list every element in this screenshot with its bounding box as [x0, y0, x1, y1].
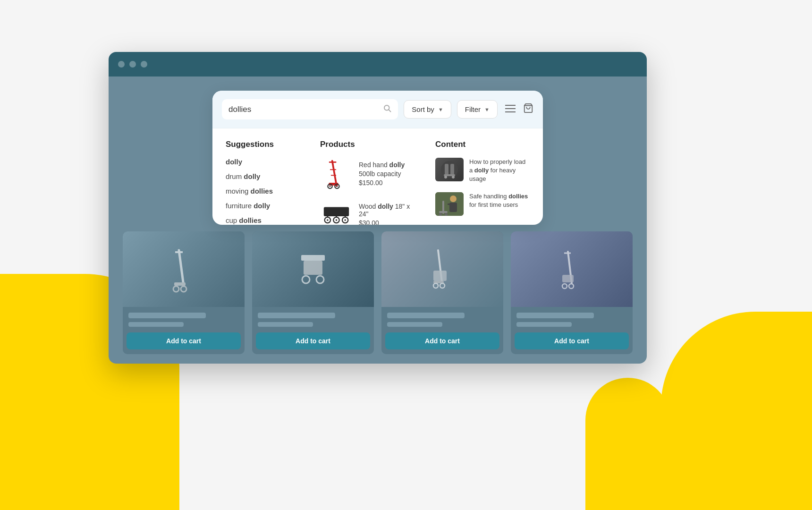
product-info-red-dolly: Red hand dolly 500lb capacity $150.00: [359, 161, 405, 187]
svg-point-62: [433, 283, 438, 288]
svg-line-6: [332, 161, 336, 186]
product-price-red-dolly: $150.00: [359, 179, 405, 187]
card-title-1: [128, 313, 206, 318]
sort-by-label: Sort by: [412, 105, 434, 113]
filter-label: Filter: [465, 105, 481, 113]
card-subtitle-4: [516, 322, 572, 327]
svg-line-50: [179, 250, 184, 286]
suggestion-bold: dolly: [226, 158, 242, 166]
product-item-red-dolly[interactable]: Red hand dolly 500lb capacity $150.00: [320, 158, 416, 190]
svg-point-10: [329, 186, 330, 187]
suggestion-bold: dolly: [244, 172, 260, 180]
product-card-3: Add to cart: [381, 231, 503, 354]
content-item-2[interactable]: Safe handling dollies for first time use…: [435, 192, 530, 216]
add-to-cart-button-3[interactable]: Add to cart: [385, 332, 499, 349]
product-name-red-dolly: Red hand dolly: [359, 161, 405, 169]
sort-chevron-icon: ▼: [438, 107, 443, 112]
search-input[interactable]: [228, 105, 378, 114]
card-subtitle-2: [258, 322, 313, 327]
svg-point-67: [562, 284, 567, 289]
menu-icon[interactable]: [505, 103, 516, 116]
suggestion-bold: dollies: [239, 216, 262, 224]
svg-point-58: [316, 276, 324, 283]
product-name-bold: dolly: [389, 161, 405, 169]
product-item-wood-dolly[interactable]: Wood dolly 18" x 24" $30.00: [320, 198, 416, 225]
svg-rect-56: [304, 261, 322, 275]
search-input-wrapper: [222, 99, 398, 119]
svg-point-68: [569, 284, 574, 289]
suggestion-bold: dolly: [254, 202, 270, 210]
svg-rect-38: [450, 164, 454, 175]
products-column: Products: [320, 140, 416, 225]
window-dot-green: [141, 61, 147, 68]
svg-point-63: [440, 283, 445, 288]
svg-rect-15: [323, 207, 348, 216]
svg-point-17: [327, 219, 329, 221]
header-icons: [505, 103, 533, 116]
content-item-1[interactable]: How to properly load a dolly for heavy u…: [435, 158, 530, 184]
svg-point-40: [444, 176, 447, 178]
svg-rect-47: [439, 211, 448, 213]
card-footer-2: [252, 307, 374, 332]
dropdown-content: Suggestions dolly drum dolly moving doll…: [212, 128, 543, 225]
card-footer-1: [123, 307, 245, 332]
product-image-red-dolly: [320, 158, 352, 190]
svg-point-19: [335, 219, 337, 221]
card-image-4: [511, 231, 633, 307]
product-details-red-dolly: 500lb capacity: [359, 170, 405, 178]
product-card-4: Add to cart: [511, 231, 633, 354]
svg-point-54: [181, 286, 186, 292]
svg-point-43: [450, 196, 457, 202]
card-image-2: [252, 231, 374, 307]
product-name-wood-dolly: Wood dolly 18" x 24": [359, 203, 416, 218]
suggestion-item-drum-dolly[interactable]: drum dolly: [226, 172, 301, 180]
card-title-3: [387, 313, 465, 318]
svg-rect-45: [448, 204, 451, 205]
content-thumbnail-1: [435, 158, 464, 181]
content-title: Content: [435, 140, 530, 149]
svg-point-21: [344, 219, 346, 221]
product-cards-row: Add to cart: [118, 231, 637, 354]
product-price-wood-dolly: $30.00: [359, 219, 416, 225]
search-bar-row: Sort by ▼ Filter ▼: [212, 91, 543, 128]
add-to-cart-button-4[interactable]: Add to cart: [515, 332, 629, 349]
content-text-2: Safe handling dollies for first time use…: [469, 192, 530, 209]
window-dot-yellow: [129, 61, 136, 68]
svg-line-1: [389, 110, 391, 111]
filter-button[interactable]: Filter ▼: [457, 100, 498, 119]
card-image-3: [381, 231, 503, 307]
sort-by-button[interactable]: Sort by ▼: [404, 100, 451, 119]
cart-icon[interactable]: [523, 103, 533, 116]
card-image-1: [123, 231, 245, 307]
product-info-wood-dolly: Wood dolly 18" x 24" $30.00: [359, 203, 416, 225]
filter-chevron-icon: ▼: [484, 107, 490, 112]
product-name-bold: dolly: [378, 203, 393, 210]
content-text-1: How to properly load a dolly for heavy u…: [469, 158, 530, 184]
card-title-2: [258, 313, 335, 318]
window-dot-red: [118, 61, 125, 68]
content-thumbnail-2: [435, 192, 464, 216]
card-footer-3: [381, 307, 503, 332]
suggestions-column: Suggestions dolly drum dolly moving doll…: [226, 140, 301, 225]
svg-point-41: [452, 176, 455, 178]
svg-rect-66: [562, 275, 574, 282]
svg-rect-55: [301, 255, 325, 261]
suggestion-item-dolly[interactable]: dolly: [226, 158, 301, 166]
svg-point-49: [445, 213, 448, 216]
products-title: Products: [320, 140, 416, 149]
product-image-wood-dolly: [320, 198, 352, 225]
add-to-cart-button-1[interactable]: Add to cart: [127, 332, 241, 349]
svg-point-53: [173, 286, 179, 292]
svg-rect-52: [174, 282, 186, 286]
suggestion-item-cup-dollies[interactable]: cup dollies: [226, 216, 301, 224]
search-icon: [383, 104, 391, 115]
suggestion-item-moving-dollies[interactable]: moving dollies: [226, 187, 301, 195]
card-subtitle-1: [128, 322, 184, 327]
add-to-cart-button-2[interactable]: Add to cart: [256, 332, 370, 349]
browser-body: Sort by ▼ Filter ▼: [109, 76, 647, 364]
card-title-4: [516, 313, 594, 318]
suggestion-item-furniture-dolly[interactable]: furniture dolly: [226, 202, 301, 210]
svg-point-57: [302, 276, 310, 283]
card-footer-4: [511, 307, 633, 332]
svg-rect-60: [433, 271, 447, 281]
